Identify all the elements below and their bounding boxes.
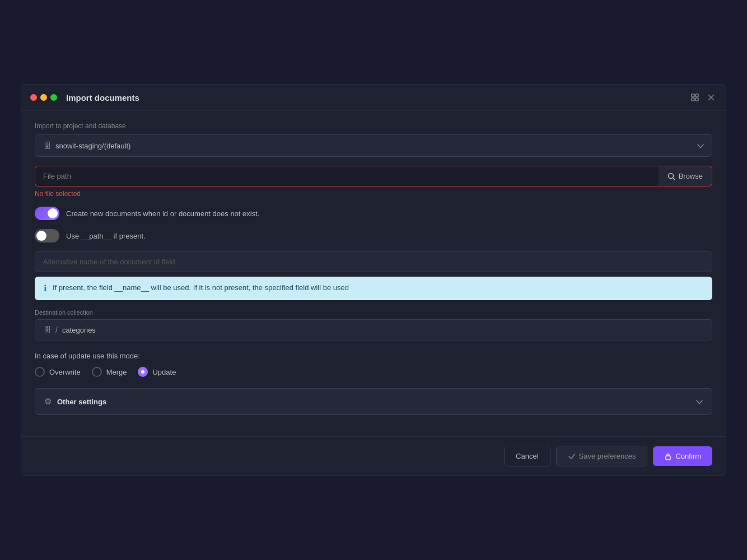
svg-rect-2 [692, 98, 694, 101]
other-settings-chevron-icon [696, 397, 703, 406]
svg-line-7 [673, 178, 675, 180]
radio-update-btn[interactable] [138, 367, 148, 377]
chevron-down-icon [697, 141, 704, 151]
radio-row: Overwrite Merge Update [35, 367, 712, 377]
traffic-light-maximize[interactable] [50, 94, 57, 101]
update-mode-label: In case of update use this mode: [35, 352, 712, 360]
destination-db-icon: 🗄 [43, 325, 51, 334]
use-path-toggle-row: Use __path__ if present. [35, 229, 712, 242]
create-documents-label: Create new documents when id or document… [66, 209, 259, 218]
destination-label: Destination collection [35, 309, 712, 316]
titlebar-actions [689, 91, 717, 104]
radio-merge[interactable]: Merge [92, 367, 127, 377]
file-path-input[interactable] [35, 166, 659, 186]
search-icon [667, 172, 675, 180]
create-documents-toggle[interactable] [35, 207, 59, 220]
check-icon [568, 452, 576, 460]
file-path-row: Browse [35, 166, 712, 186]
info-text: If present, the field __name__ will be u… [53, 283, 349, 292]
project-database-select[interactable]: 🗄 snowit-staging/(default) [35, 134, 712, 157]
destination-value: categories [62, 326, 96, 334]
browse-label: Browse [679, 172, 703, 180]
alt-id-field-input[interactable] [35, 251, 712, 272]
expand-button[interactable] [689, 91, 701, 104]
radio-overwrite[interactable]: Overwrite [35, 367, 81, 377]
traffic-lights [30, 94, 57, 101]
use-path-label: Use __path__ if present. [66, 232, 146, 240]
confirm-button[interactable]: Confirm [653, 446, 712, 466]
close-button[interactable] [706, 92, 717, 103]
svg-rect-3 [695, 98, 698, 101]
dialog-titlebar: Import documents [21, 85, 726, 111]
update-mode-section: In case of update use this mode: Overwri… [35, 352, 712, 377]
svg-rect-0 [692, 94, 694, 97]
destination-separator: / [55, 325, 58, 334]
traffic-light-close[interactable] [30, 94, 37, 101]
traffic-light-minimize[interactable] [40, 94, 47, 101]
radio-update-label: Update [152, 368, 176, 376]
use-path-toggle[interactable] [35, 229, 59, 242]
import-documents-dialog: Import documents Import to project and d… [21, 84, 726, 476]
save-preferences-button[interactable]: Save preferences [556, 446, 648, 466]
radio-merge-btn[interactable] [92, 367, 102, 377]
confirm-label: Confirm [675, 452, 701, 460]
svg-rect-8 [666, 456, 670, 460]
radio-update[interactable]: Update [138, 367, 176, 377]
other-settings-label: Other settings [57, 398, 690, 406]
radio-merge-label: Merge [106, 368, 127, 376]
info-icon: ℹ [44, 283, 47, 293]
other-settings-row[interactable]: ⚙ Other settings [35, 388, 712, 415]
lock-icon [664, 452, 672, 460]
destination-row: 🗄 / categories [35, 319, 712, 340]
create-documents-toggle-row: Create new documents when id or document… [35, 207, 712, 220]
project-section-label: Import to project and database [35, 122, 712, 130]
cancel-button[interactable]: Cancel [504, 446, 550, 466]
svg-rect-1 [695, 94, 698, 97]
database-icon: 🗄 [43, 141, 51, 150]
browse-button[interactable]: Browse [659, 166, 712, 186]
no-file-error: No file selected [35, 190, 712, 198]
destination-section: Destination collection 🗄 / categories [35, 309, 712, 340]
dialog-footer: Cancel Save preferences Confirm [21, 436, 726, 475]
save-preferences-label: Save preferences [579, 452, 636, 460]
dialog-title: Import documents [66, 93, 684, 102]
dialog-body: Import to project and database 🗄 snowit-… [21, 111, 726, 436]
radio-overwrite-btn[interactable] [35, 367, 45, 377]
info-box: ℹ If present, the field __name__ will be… [35, 277, 712, 300]
gear-icon: ⚙ [44, 396, 52, 407]
project-database-value: snowit-staging/(default) [55, 142, 693, 150]
radio-overwrite-label: Overwrite [49, 368, 81, 376]
